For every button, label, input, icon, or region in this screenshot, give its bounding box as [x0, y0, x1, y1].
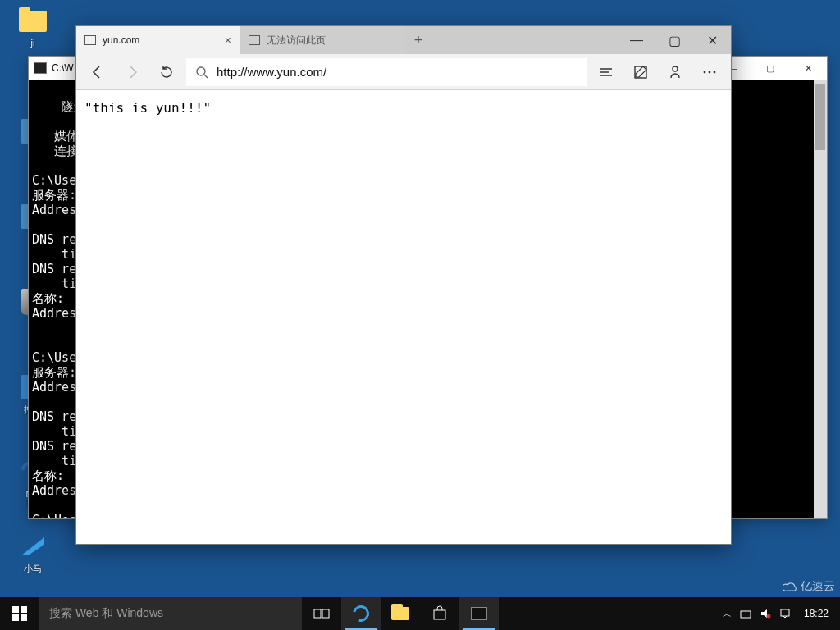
watermark: 亿速云	[783, 579, 835, 594]
cmd-title-text: C:\W	[52, 62, 74, 74]
icon-label: ji	[31, 38, 35, 48]
svg-point-5	[714, 71, 716, 73]
address-bar[interactable]	[186, 58, 587, 86]
more-icon	[701, 64, 718, 80]
cmd-icon	[34, 62, 47, 74]
page-icon	[249, 35, 260, 45]
cmd-scrollbar[interactable]	[814, 80, 827, 518]
notes-button[interactable]	[626, 57, 655, 87]
forward-icon	[124, 64, 140, 80]
cmd-icon	[471, 607, 487, 620]
icon-label: 小马	[24, 563, 42, 575]
svg-point-2	[673, 66, 678, 71]
arrow-icon	[18, 532, 48, 561]
share-icon	[667, 64, 683, 80]
forward-button[interactable]	[117, 57, 147, 87]
notes-icon	[632, 64, 649, 80]
taskbar-app-edge[interactable]	[341, 597, 381, 630]
search-icon	[195, 66, 208, 79]
volume-tray-icon[interactable]	[760, 608, 771, 619]
tab-yun[interactable]: yun.com ×	[76, 26, 240, 54]
refresh-icon	[158, 64, 175, 80]
windows-icon	[12, 606, 27, 621]
new-tab-button[interactable]: +	[404, 26, 432, 54]
desktop-icon-user-folder[interactable]: ji	[8, 7, 57, 48]
start-button[interactable]	[0, 597, 39, 630]
taskbar-clock[interactable]: 18:22	[799, 608, 833, 619]
maximize-button[interactable]: ▢	[655, 26, 693, 54]
network-tray-icon[interactable]	[740, 608, 751, 619]
search-placeholder: 搜索 Web 和 Windows	[49, 606, 163, 621]
svg-rect-8	[434, 610, 445, 619]
close-button[interactable]: ✕	[789, 57, 827, 80]
page-icon	[84, 35, 96, 45]
cloud-icon	[783, 581, 797, 592]
scrollbar-thumb[interactable]	[815, 84, 825, 150]
folder-icon	[18, 7, 48, 36]
tab-label: yun.com	[103, 34, 139, 46]
svg-point-4	[709, 71, 711, 73]
more-button[interactable]	[695, 57, 724, 87]
tray-chevron-icon[interactable]: ︿	[723, 608, 732, 620]
share-button[interactable]	[660, 57, 690, 87]
back-icon	[89, 64, 106, 80]
tabstrip: yun.com × 无法访问此页 + — ▢ ✕	[76, 26, 731, 54]
hub-icon	[598, 64, 614, 80]
tab-label: 无法访问此页	[267, 34, 326, 48]
hub-button[interactable]	[591, 57, 621, 87]
svg-rect-7	[322, 609, 329, 618]
page-text: "this is yun!!!"	[84, 100, 211, 116]
store-icon	[431, 605, 448, 622]
taskbar: 搜索 Web 和 Windows ︿ 18:22	[0, 597, 840, 630]
task-view-button[interactable]	[302, 597, 341, 630]
taskbar-app-explorer[interactable]	[381, 597, 420, 630]
folder-icon	[391, 607, 409, 620]
taskbar-app-store[interactable]	[420, 597, 459, 630]
notifications-icon[interactable]	[779, 608, 791, 619]
taskbar-search[interactable]: 搜索 Web 和 Windows	[39, 597, 302, 630]
refresh-button[interactable]	[152, 57, 181, 87]
edge-window[interactable]: yun.com × 无法访问此页 + — ▢ ✕	[75, 25, 732, 545]
tab-error-page[interactable]: 无法访问此页	[240, 26, 404, 54]
maximize-button[interactable]: ▢	[751, 57, 789, 80]
clock-time: 18:22	[804, 608, 829, 619]
edge-icon	[349, 602, 372, 624]
address-input[interactable]	[217, 65, 578, 79]
svg-rect-9	[741, 611, 751, 618]
taskbar-app-cmd[interactable]	[459, 597, 499, 630]
browser-toolbar	[76, 54, 731, 90]
svg-rect-6	[314, 609, 321, 618]
close-button[interactable]: ✕	[693, 26, 731, 54]
svg-point-0	[197, 67, 205, 75]
svg-point-3	[704, 71, 706, 73]
svg-point-10	[766, 614, 770, 619]
watermark-text: 亿速云	[801, 579, 835, 594]
back-button[interactable]	[83, 57, 112, 87]
tab-close-button[interactable]: ×	[225, 34, 231, 47]
page-content: "this is yun!!!"	[76, 90, 731, 544]
svg-rect-11	[781, 609, 789, 616]
minimize-button[interactable]: —	[618, 26, 655, 54]
desktop-icon-xiaoma[interactable]: 小马	[8, 532, 57, 575]
system-tray[interactable]: ︿ 18:22	[716, 597, 840, 630]
task-view-icon	[313, 607, 330, 620]
